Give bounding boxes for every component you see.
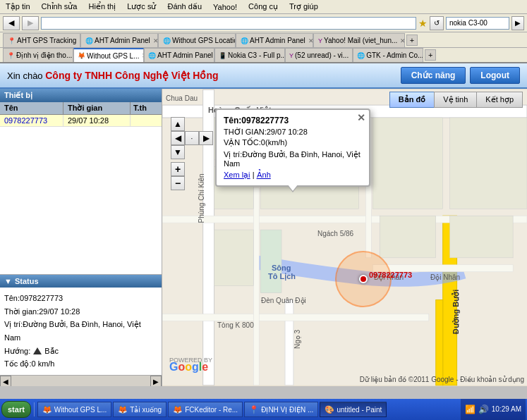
table-row[interactable]: 0978227773 29/07 10:28 <box>0 115 162 127</box>
tab-favicon-11: 🌐 <box>357 52 365 59</box>
tab-add-button[interactable]: + <box>406 35 418 46</box>
gps-label: 0978227773 <box>369 271 412 279</box>
tab-52-unread[interactable]: Y (52 unread) - vi... <box>285 48 353 62</box>
taskbar-item-paint[interactable]: 🎨 untitled - Paint <box>320 402 387 417</box>
svg-rect-13 <box>214 230 254 286</box>
cell-speed <box>131 115 136 126</box>
zoom-out-button[interactable]: − <box>171 176 185 190</box>
system-tray: 📶 🔊 10:29 AM <box>461 399 526 420</box>
powered-by-label: POWERED BY <box>169 357 212 364</box>
tab-close-5-icon[interactable]: ✕ <box>400 37 405 44</box>
start-button[interactable]: start <box>1 401 31 418</box>
tab-favicon: 📍 <box>8 37 16 44</box>
tab-favicon-4: 🌐 <box>241 37 248 44</box>
tab-favicon-2: 🌐 <box>85 37 93 44</box>
refresh-button[interactable]: ↺ <box>430 16 444 30</box>
tab-close-2-icon[interactable]: ✕ <box>153 37 158 44</box>
table-header: Tên Thời gian T.th <box>0 102 162 115</box>
panel-header: Thiết bị <box>0 89 162 102</box>
status-header: ▼ Status <box>0 275 162 288</box>
tab-favicon-10: Y <box>289 52 293 59</box>
app-header: Xin chào Công ty TNHH Công Nghệ Việt Hồn… <box>0 63 527 89</box>
address-bar[interactable]: http://mobile.viethonggps.vn/home/index.… <box>41 17 416 30</box>
taskbar-item-fckeditor[interactable]: 🦊 FCKeditor - Re... <box>168 402 243 417</box>
menu-history[interactable]: Lược sử <box>124 1 159 12</box>
scrollbar[interactable]: ◀ ▶ <box>0 375 162 386</box>
tab-admin-panel-2[interactable]: 🌐 AHT Admin Panel ✕ <box>236 33 313 47</box>
tab-favicon-8: 🌐 <box>148 52 156 59</box>
taskbar-item-download[interactable]: 🦊 Tải xuống <box>113 402 166 417</box>
features-button[interactable]: Chức năng <box>401 67 466 84</box>
center-button[interactable]: · <box>185 131 199 145</box>
map-btn-satellite[interactable]: Vệ tinh <box>434 92 476 108</box>
menu-tools[interactable]: Công cụ <box>246 1 281 12</box>
pan-down-button[interactable]: ▼ <box>171 145 185 159</box>
street-label-duong-buoi: Đường Bưởi <box>452 290 461 334</box>
tab-nokia-c3[interactable]: 📱 Nokia C3 - Full p... <box>214 48 285 62</box>
street-label-den: Đèn Quân Đội <box>261 297 306 304</box>
menu-help[interactable]: Trợ giúp <box>286 1 321 12</box>
search-input[interactable] <box>446 17 509 30</box>
direction-arrow-icon <box>33 347 42 354</box>
tab-dinh-vi[interactable]: 📍 Định vị điện tho... <box>3 48 73 62</box>
menu-bookmark[interactable]: Đánh dấu <box>164 1 205 12</box>
street-label-to-lich: Tô Lịch <box>268 272 296 281</box>
tray-time: 10:29 AM <box>492 405 521 414</box>
taskbar-icon-map: 📍 <box>249 405 259 414</box>
svg-rect-7 <box>162 314 429 321</box>
menu-yahoo[interactable]: Yahoo! <box>210 2 240 12</box>
status-content: Tên:0978227773 Thời gian:29/07 10:28 Vị … <box>0 288 162 375</box>
svg-rect-18 <box>450 118 527 209</box>
company-name: Công ty TNHH Công Nghệ Việt Hồng <box>45 70 218 81</box>
col-speed-header: T.th <box>131 102 150 114</box>
logout-button[interactable]: Logout <box>470 67 520 84</box>
taskbar-icon-firefox-2: 🦊 <box>118 405 128 414</box>
col-time-header: Thời gian <box>63 102 131 114</box>
map-btn-hybrid[interactable]: Kết hợp <box>476 92 523 108</box>
collapse-icon: ▼ <box>4 277 12 285</box>
browser-menubar: Tập tin Chỉnh sửa Hiển thị Lược sử Đánh … <box>0 0 527 14</box>
popup-links: Xem lại | Ảnh <box>224 171 362 180</box>
pan-left-button[interactable]: ◀ <box>171 131 185 145</box>
taskbar-icon-paint: 🎨 <box>325 405 334 414</box>
tab-without-gps[interactable]: 🌐 Without GPS Location ... ✕ <box>158 33 236 47</box>
forward-button[interactable]: ▶ <box>22 16 39 30</box>
tab-admin-panel-1[interactable]: 🌐 AHT Admin Panel ✕ <box>80 33 158 47</box>
taskbar-icon-firefox-1: 🦊 <box>42 405 52 414</box>
map-attribution: Dữ liệu bản đồ ©2011 Google - Điều khoản… <box>360 376 524 383</box>
pan-right-button[interactable]: ▶ <box>199 131 213 145</box>
tab-bar-row2: 📍 Định vị điện tho... 🦊 Without GPS L...… <box>0 48 527 63</box>
pan-up-button[interactable]: ▲ <box>171 117 185 131</box>
app-greeting: Xin chào Công ty TNHH Công Nghệ Việt Hồn… <box>7 70 218 81</box>
search-button[interactable]: ▶ <box>511 16 524 30</box>
tab-add-button-2[interactable]: + <box>425 49 436 61</box>
popup-photo-link[interactable]: Ảnh <box>257 171 271 179</box>
street-label-doi-nhan-2: Đội Nhân <box>430 273 460 281</box>
map-btn-map[interactable]: Bản đồ <box>389 92 434 108</box>
tab-yahoo-mail[interactable]: Y Yahoo! Mail (viet_hun... ✕ <box>313 33 405 47</box>
taskbar-item-without-gps[interactable]: 🦊 Without GPS L... <box>37 402 111 417</box>
popup-time: THỜI GIAN:29/07 10:28 <box>224 128 362 137</box>
tab-gtk-admin[interactable]: 🌐 GTK - Admin Co... <box>353 48 423 62</box>
menu-view[interactable]: Hiển thị <box>86 1 119 12</box>
zoom-in-button[interactable]: + <box>171 162 185 176</box>
taskbar-item-dinh-vi[interactable]: 📍 ĐỊNH VỊ ĐIỆN ... <box>244 402 318 417</box>
menu-edit[interactable]: Chỉnh sửa <box>39 1 80 12</box>
status-time: Thời gian:29/07 10:28 <box>4 305 157 319</box>
tab-bar-row1: 📍 AHT GPS Tracking ✕ 🌐 AHT Admin Panel ✕… <box>0 32 527 48</box>
tab-aht-admin[interactable]: 🌐 AHT Admin Panel <box>144 48 214 62</box>
svg-rect-16 <box>372 118 442 209</box>
left-panel: Thiết bị Tên Thời gian T.th 0978227773 2… <box>0 89 162 386</box>
svg-rect-8 <box>253 187 259 385</box>
map-popup: ✕ Tên:0978227773 THỜI GIAN:29/07 10:28 V… <box>215 109 370 187</box>
tab-favicon-9: 📱 <box>219 52 226 59</box>
menu-file[interactable]: Tập tin <box>3 1 33 12</box>
status-direction: Hướng: Bắc <box>4 345 157 358</box>
back-button[interactable]: ◀ <box>3 16 20 30</box>
popup-close-button[interactable]: ✕ <box>357 112 365 123</box>
tab-without-gps-2[interactable]: 🦊 Without GPS L... ✕ <box>73 48 144 62</box>
popup-phone: Tên:0978227773 <box>224 116 362 125</box>
tab-close-4-icon[interactable]: ✕ <box>308 37 313 44</box>
popup-review-link[interactable]: Xem lại <box>224 171 250 179</box>
tab-gps-tracking[interactable]: 📍 AHT GPS Tracking ✕ <box>3 33 80 47</box>
